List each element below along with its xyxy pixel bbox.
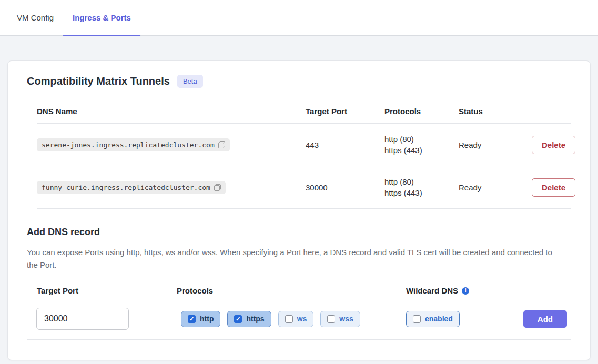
- checkbox-box-icon: [285, 315, 293, 323]
- tab-bar: VM Config Ingress & Ports: [0, 0, 598, 36]
- info-icon[interactable]: i: [462, 287, 469, 295]
- add-dns-record-title: Add DNS record: [27, 227, 571, 238]
- protocol-line: https (443): [384, 187, 459, 198]
- target-port-label: Target Port: [37, 286, 177, 295]
- checkbox-label: http: [200, 315, 214, 323]
- table-header-row: DNS Name Target Port Protocols Status: [37, 99, 571, 124]
- form-labels-row: Target Port Protocols Wildcard DNS i: [37, 286, 571, 295]
- target-port-value: 30000: [306, 183, 384, 192]
- wildcard-dns-label: Wildcard DNS: [406, 286, 458, 295]
- checkbox-label: https: [246, 315, 264, 323]
- column-header-target-port: Target Port: [306, 107, 384, 116]
- checkbox-box-icon: ✓: [234, 315, 242, 323]
- protocol-checkbox-group: ✓ http ✓ https ws wss: [181, 311, 406, 327]
- column-header-protocols: Protocols: [384, 107, 459, 116]
- protocols-cell: http (80) https (443): [384, 176, 459, 198]
- status-value: Ready: [459, 183, 532, 192]
- tab-vm-config[interactable]: VM Config: [7, 0, 63, 35]
- beta-badge: Beta: [177, 75, 203, 88]
- form-controls-row: ✓ http ✓ https ws wss enabled Add: [37, 308, 571, 330]
- column-header-dns-name: DNS Name: [37, 107, 306, 116]
- protocol-line: http (80): [384, 134, 459, 145]
- tunnels-card: Compatibility Matrix Tunnels Beta DNS Na…: [7, 60, 591, 360]
- copy-icon[interactable]: [218, 141, 225, 148]
- protocols-label: Protocols: [177, 286, 406, 295]
- dns-name-text: serene-jones.ingress.replicatedcluster.c…: [42, 141, 215, 149]
- checkbox-ws[interactable]: ws: [278, 311, 314, 327]
- checkbox-box-icon: ✓: [188, 315, 196, 323]
- delete-button[interactable]: Delete: [532, 136, 575, 154]
- checkbox-label: enabled: [425, 315, 453, 323]
- dns-name-pill: funny-curie.ingress.replicatedcluster.co…: [37, 181, 226, 194]
- card-title: Compatibility Matrix Tunnels: [27, 75, 170, 87]
- tab-ingress-ports[interactable]: Ingress & Ports: [63, 0, 140, 35]
- table-row: funny-curie.ingress.replicatedcluster.co…: [37, 166, 571, 209]
- target-port-value: 443: [306, 140, 384, 149]
- checkbox-https[interactable]: ✓ https: [227, 311, 271, 327]
- checkbox-label: ws: [297, 315, 307, 323]
- dns-name-text: funny-curie.ingress.replicatedcluster.co…: [42, 184, 210, 191]
- add-dns-record-description: You can expose Ports using http, https, …: [27, 246, 558, 271]
- checkbox-box-icon: [413, 315, 421, 323]
- delete-button[interactable]: Delete: [532, 178, 575, 197]
- table-row: serene-jones.ingress.replicatedcluster.c…: [37, 124, 571, 166]
- checkbox-wss[interactable]: wss: [320, 311, 360, 327]
- dns-name-pill: serene-jones.ingress.replicatedcluster.c…: [37, 138, 230, 151]
- protocol-line: https (443): [384, 145, 459, 156]
- column-header-status: Status: [459, 107, 532, 116]
- checkbox-label: wss: [339, 315, 353, 323]
- protocols-cell: http (80) https (443): [384, 134, 459, 156]
- checkbox-http[interactable]: ✓ http: [181, 311, 220, 327]
- copy-icon[interactable]: [214, 184, 221, 191]
- status-value: Ready: [459, 140, 532, 149]
- protocol-line: http (80): [384, 176, 459, 187]
- add-button[interactable]: Add: [523, 310, 567, 328]
- target-port-input[interactable]: [36, 308, 129, 330]
- checkbox-wildcard-enabled[interactable]: enabled: [406, 311, 460, 327]
- tunnels-table: DNS Name Target Port Protocols Status se…: [37, 99, 571, 209]
- checkbox-box-icon: [327, 315, 335, 323]
- card-bottom-divider: [27, 339, 571, 349]
